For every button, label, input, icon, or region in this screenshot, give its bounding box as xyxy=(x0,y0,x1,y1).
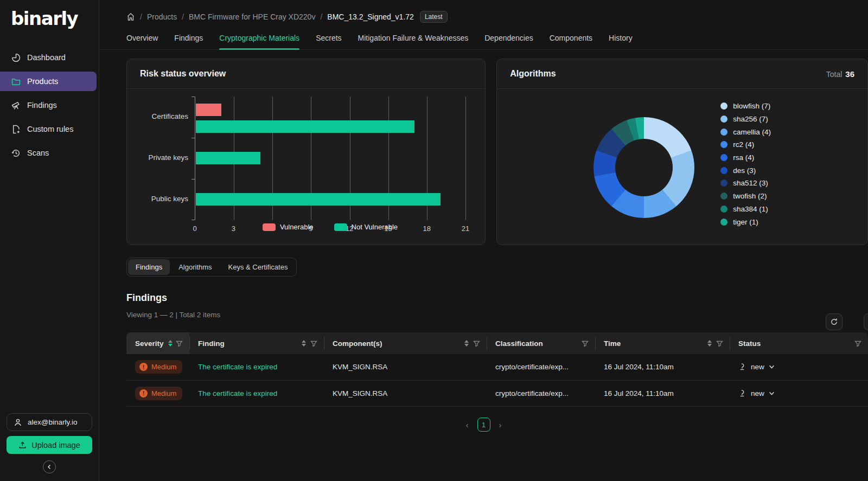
tab-findings[interactable]: Findings xyxy=(174,34,203,49)
column-header-status[interactable]: Status xyxy=(730,332,868,354)
bar-public-keys-not-vulnerable xyxy=(196,193,441,206)
tab-mitigation[interactable]: Mitigation Failure & Weaknesses xyxy=(358,34,469,49)
filter-icon[interactable] xyxy=(176,340,183,347)
vulnerable-swatch xyxy=(263,223,276,231)
legend-item-sha512: sha512 (3) xyxy=(720,177,771,190)
sidebar-item-findings[interactable]: Findings xyxy=(0,95,97,115)
upload-image-label: Upload image xyxy=(31,441,80,450)
pagination: ‹ 1 › xyxy=(99,418,868,432)
status-stamp-icon xyxy=(738,363,746,371)
column-header-time[interactable]: Time xyxy=(595,332,730,354)
chevron-down-icon xyxy=(769,390,775,396)
subtab-algorithms[interactable]: Algorithms xyxy=(171,259,219,275)
sort-icon[interactable] xyxy=(464,340,469,347)
breadcrumb-product-name[interactable]: BMC Firmware for HPE Cray XD220v xyxy=(189,12,315,21)
breadcrumb-products[interactable]: Products xyxy=(147,12,177,21)
filter-icon[interactable] xyxy=(716,340,723,347)
bar-certificates-not-vulnerable xyxy=(196,120,414,133)
status-dropdown[interactable]: new xyxy=(738,389,775,397)
column-header-severity[interactable]: Severity xyxy=(126,332,189,354)
algorithms-card-title: Algorithms xyxy=(510,69,556,79)
legend-item-blowfish: blowfish (7) xyxy=(720,100,771,113)
risk-card-title: Risk status overview xyxy=(140,69,226,79)
sidebar-item-custom-rules[interactable]: Custom rules xyxy=(0,119,97,139)
sidebar: binarly Dashboard Products Findings xyxy=(0,0,99,481)
upload-image-button[interactable]: Upload image xyxy=(7,436,92,454)
tab-secrets[interactable]: Secrets xyxy=(316,34,341,49)
binarly-logo: binarly xyxy=(0,0,99,29)
legend-item-tiger: tiger (1) xyxy=(720,215,771,228)
chevron-left-icon xyxy=(47,464,52,470)
time-cell: 16 Jul 2024, 11:10am xyxy=(595,363,730,371)
collapse-sidebar-button[interactable] xyxy=(43,460,56,473)
refresh-button[interactable] xyxy=(826,313,843,330)
sidebar-item-scans[interactable]: Scans xyxy=(0,143,97,163)
account-button[interactable]: alex@binarly.io xyxy=(7,413,92,431)
sort-icon[interactable] xyxy=(707,340,712,347)
refresh-icon xyxy=(830,318,838,326)
finding-link[interactable]: The certificate is expired xyxy=(198,363,277,371)
legend-item-rsa: rsa (4) xyxy=(720,151,771,164)
table-row[interactable]: ! Medium The certificate is expired KVM_… xyxy=(126,381,868,407)
status-dropdown[interactable]: new xyxy=(738,363,775,371)
not-vulnerable-swatch xyxy=(334,223,347,231)
severity-badge: ! Medium xyxy=(135,360,182,374)
risk-status-card: Risk status overview xyxy=(126,59,486,245)
algorithms-legend: blowfish (7) sha256 (7) camellia (4) rc2… xyxy=(720,100,771,228)
subtab-keys-certificates[interactable]: Keys & Certificates xyxy=(221,259,296,275)
legend-item-rc2: rc2 (4) xyxy=(720,138,771,151)
tab-history[interactable]: History xyxy=(609,34,633,49)
main-content: / Products / BMC Firmware for HPE Cray X… xyxy=(99,0,868,481)
column-header-finding[interactable]: Finding xyxy=(189,332,324,354)
filter-icon[interactable] xyxy=(582,340,589,347)
column-header-components[interactable]: Component(s) xyxy=(324,332,487,354)
filter-icon[interactable] xyxy=(854,340,861,347)
findings-table: Severity Finding Component(s) xyxy=(126,332,868,407)
latest-badge: Latest xyxy=(420,11,448,23)
filter-icon[interactable] xyxy=(473,340,480,347)
category-label: Private keys xyxy=(129,153,188,162)
home-icon[interactable] xyxy=(126,12,135,21)
chevron-down-icon xyxy=(769,364,775,370)
user-icon xyxy=(14,418,22,427)
sort-icon[interactable] xyxy=(302,340,306,347)
next-page-button[interactable]: › xyxy=(499,420,502,429)
findings-section-title: Findings xyxy=(126,292,868,304)
sidebar-footer: alex@binarly.io Upload image xyxy=(0,413,99,481)
finding-link[interactable]: The certificate is expired xyxy=(198,389,277,397)
document-plus-icon xyxy=(11,124,21,134)
folder-icon xyxy=(11,76,21,86)
component-cell: KVM_SIGN.RSA xyxy=(324,363,487,371)
filter-icon[interactable] xyxy=(310,340,317,347)
category-label: Public keys xyxy=(129,195,188,203)
sidebar-item-products[interactable]: Products xyxy=(0,72,97,91)
history-icon xyxy=(11,148,21,158)
materials-subtabs: Findings Algorithms Keys & Certificates xyxy=(126,258,297,277)
sort-icon[interactable] xyxy=(168,340,173,347)
prev-page-button[interactable]: ‹ xyxy=(466,420,469,429)
tab-overview[interactable]: Overview xyxy=(126,34,158,49)
sidebar-nav: Dashboard Products Findings Custom rules xyxy=(0,48,99,163)
subtab-findings[interactable]: Findings xyxy=(128,259,170,275)
severity-exclamation-icon: ! xyxy=(139,363,148,371)
category-label: Certificates xyxy=(129,112,188,120)
tab-cryptographic-materials[interactable]: Cryptographic Materials xyxy=(219,34,299,49)
page-number[interactable]: 1 xyxy=(477,418,490,432)
time-cell: 16 Jul 2024, 11:10am xyxy=(595,389,730,397)
sidebar-item-label: Findings xyxy=(27,101,57,110)
table-settings-button[interactable] xyxy=(864,313,868,330)
classification-cell: crypto/certificate/exp... xyxy=(487,363,595,371)
pie-chart-icon xyxy=(11,53,21,62)
tab-components[interactable]: Components xyxy=(550,34,592,49)
column-header-classification[interactable]: Classification xyxy=(487,332,595,354)
sidebar-item-label: Products xyxy=(27,77,58,86)
chart-legend: Vulnerable Not Vulnerable xyxy=(195,223,465,231)
legend-item-des: des (3) xyxy=(720,164,771,177)
breadcrumb-version: BMC_13.2_Signed_v1.72 xyxy=(327,12,414,21)
severity-exclamation-icon: ! xyxy=(139,389,148,397)
tab-dependencies[interactable]: Dependencies xyxy=(484,34,533,49)
account-email: alex@binarly.io xyxy=(28,418,78,426)
sidebar-item-dashboard[interactable]: Dashboard xyxy=(0,48,97,67)
table-row[interactable]: ! Medium The certificate is expired KVM_… xyxy=(126,354,868,381)
tab-bar: Overview Findings Cryptographic Material… xyxy=(99,23,868,50)
